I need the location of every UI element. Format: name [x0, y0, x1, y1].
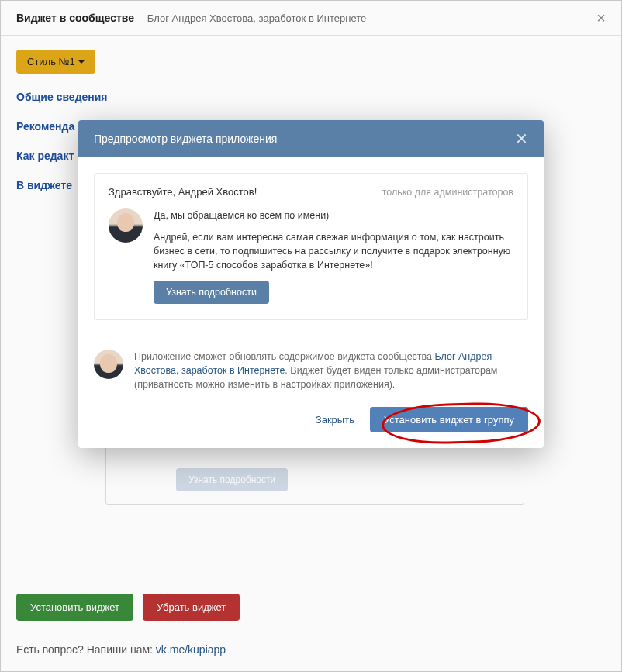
preview-text: Да, мы обращаемся ко всем по имени) Андр… — [154, 208, 513, 304]
preview-line-2: Андрей, если вам интересна самая свежая … — [154, 230, 513, 272]
greeting-text: Здравствуйте, Андрей Хвостов! — [109, 186, 257, 198]
modal-body: Здравствуйте, Андрей Хвостов! только для… — [78, 157, 544, 336]
avatar — [94, 350, 123, 379]
preview-modal: Предпросмотр виджета приложения ✕ Здравс… — [78, 120, 544, 448]
modal-header: Предпросмотр виджета приложения ✕ — [78, 120, 544, 157]
modal-title: Предпросмотр виджета приложения — [94, 133, 277, 145]
modal-note-text: Приложение сможет обновлять содержимое в… — [134, 350, 528, 391]
preview-header: Здравствуйте, Андрей Хвостов! только для… — [109, 186, 513, 198]
details-button[interactable]: Узнать подробности — [154, 281, 269, 304]
modal-note: Приложение сможет обновлять содержимое в… — [78, 336, 544, 396]
admins-only-label: только для администраторов — [382, 187, 513, 198]
close-icon[interactable]: ✕ — [515, 131, 528, 146]
close-button[interactable]: Закрыть — [316, 414, 354, 426]
avatar — [109, 208, 143, 243]
note-prefix: Приложение сможет обновлять содержимое в… — [134, 351, 435, 362]
modal-overlay: Предпросмотр виджета приложения ✕ Здравс… — [0, 0, 622, 672]
install-to-group-button[interactable]: Установить виджет в группу — [370, 407, 528, 432]
preview-line-1: Да, мы обращаемся ко всем по имени) — [154, 208, 513, 222]
preview-content: Да, мы обращаемся ко всем по имени) Андр… — [109, 208, 513, 304]
widget-preview: Здравствуйте, Андрей Хвостов! только для… — [94, 173, 528, 320]
modal-actions: Закрыть Установить виджет в группу — [78, 396, 544, 448]
